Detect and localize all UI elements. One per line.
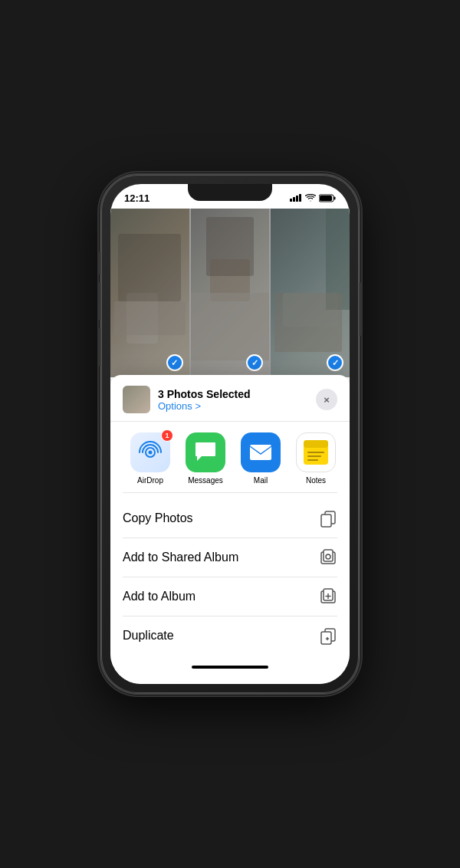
shared-album-icon — [319, 548, 337, 567]
app-item-notes[interactable]: Notes — [288, 432, 343, 485]
add-to-album-icon — [319, 587, 337, 606]
signal-icon — [290, 194, 302, 202]
notes-svg-icon — [301, 438, 330, 467]
share-close-button[interactable]: × — [316, 389, 337, 410]
check-3: ✓ — [327, 354, 343, 371]
side-button-vol-up — [98, 282, 100, 321]
share-header: 3 Photos Selected Options > × — [110, 375, 350, 422]
svg-rect-1 — [293, 197, 295, 202]
svg-rect-5 — [320, 196, 332, 201]
phone-screen: 12:11 — [110, 184, 350, 684]
svg-rect-14 — [307, 459, 318, 461]
battery-icon — [319, 194, 336, 202]
svg-rect-9 — [250, 445, 271, 460]
airdrop-badge: 1 — [161, 429, 173, 442]
dim-overlay — [110, 209, 350, 377]
wifi-icon — [305, 194, 316, 202]
add-to-album-label: Add to Album — [123, 590, 196, 603]
photo-area: ✓ ✓ ✓ — [110, 209, 350, 377]
action-copy-photos[interactable]: Copy Photos — [123, 499, 337, 538]
svg-rect-0 — [290, 199, 292, 202]
airdrop-svg-icon — [138, 440, 163, 465]
app-item-messages[interactable]: Messages — [178, 432, 233, 485]
notch — [188, 184, 272, 201]
notes-label: Notes — [306, 476, 326, 485]
copy-photos-label: Copy Photos — [123, 511, 193, 525]
duplicate-icon — [319, 626, 337, 645]
apps-row: 1 AirDrop Messages — [110, 422, 350, 492]
phone-device: 12:11 — [100, 173, 360, 695]
status-time: 12:11 — [124, 192, 150, 204]
share-thumbnail — [123, 386, 150, 413]
mail-icon-container — [241, 432, 281, 472]
side-button-vol-down — [98, 328, 100, 367]
svg-rect-12 — [307, 452, 324, 453]
home-indicator — [192, 666, 268, 669]
check-1: ✓ — [166, 354, 183, 371]
notes-icon-container — [296, 432, 336, 472]
mail-label: Mail — [254, 476, 268, 485]
share-sheet: 3 Photos Selected Options > × — [110, 375, 350, 684]
action-list: Copy Photos Add to Shared Album — [110, 493, 350, 661]
svg-rect-6 — [334, 196, 336, 199]
messages-svg-icon — [194, 442, 217, 463]
copy-photos-icon — [319, 509, 337, 528]
side-button-silent — [98, 252, 100, 275]
duplicate-label: Duplicate — [123, 629, 174, 643]
share-header-text: 3 Photos Selected Options > — [158, 388, 316, 412]
svg-rect-2 — [296, 196, 298, 202]
svg-rect-11 — [304, 440, 328, 448]
action-add-to-album[interactable]: Add to Album — [123, 577, 337, 616]
side-button-power — [360, 282, 362, 336]
action-duplicate[interactable]: Duplicate — [123, 616, 337, 655]
messages-label: Messages — [188, 476, 223, 485]
svg-rect-16 — [321, 515, 331, 527]
app-item-reminders[interactable]: Re... — [343, 432, 350, 485]
add-shared-album-label: Add to Shared Album — [123, 551, 238, 564]
app-item-mail[interactable]: Mail — [233, 432, 288, 485]
airdrop-icon-container: 1 — [130, 432, 170, 472]
mail-svg-icon — [248, 443, 273, 462]
svg-rect-3 — [299, 194, 301, 202]
app-item-airdrop[interactable]: 1 AirDrop — [123, 432, 178, 485]
airdrop-label: AirDrop — [137, 476, 163, 485]
options-link[interactable]: Options > — [158, 400, 316, 412]
action-add-shared-album[interactable]: Add to Shared Album — [123, 538, 337, 577]
svg-rect-25 — [321, 632, 331, 644]
status-icons — [290, 194, 336, 202]
messages-icon-container — [186, 432, 225, 472]
svg-point-8 — [149, 451, 153, 455]
share-title: 3 Photos Selected — [158, 388, 316, 400]
svg-rect-13 — [307, 455, 321, 457]
